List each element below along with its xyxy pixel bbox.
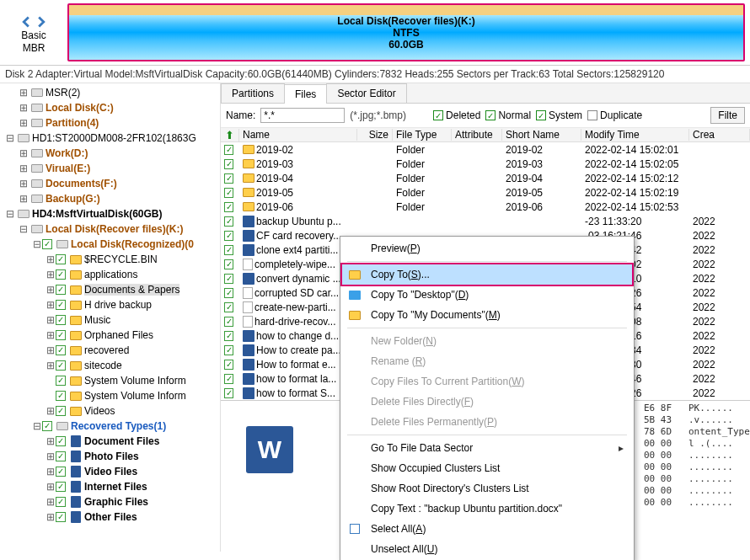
tree-item[interactable]: ⊞Videos bbox=[0, 403, 220, 419]
tree-toggle-icon[interactable]: ⊟ bbox=[32, 420, 42, 432]
system-checkbox[interactable]: System bbox=[536, 109, 582, 121]
tree-item[interactable]: ⊞Backup(G:) bbox=[0, 191, 220, 206]
tab-partitions[interactable]: Partitions bbox=[221, 83, 285, 103]
menu-item[interactable]: Copy To "My Documents"(M) bbox=[342, 305, 632, 325]
row-checkbox[interactable] bbox=[224, 173, 233, 184]
tree-item[interactable]: ⊞applications bbox=[0, 267, 220, 282]
menu-item[interactable]: Copy Text : "backup Ubuntu partition.doc… bbox=[342, 499, 632, 519]
context-menu[interactable]: Preview(P)Copy To(S)...Copy To "Desktop"… bbox=[340, 236, 635, 560]
tree-item[interactable]: ⊟Local Disk(Recover files)(K:) bbox=[0, 221, 220, 237]
name-filter-input[interactable] bbox=[260, 108, 345, 123]
row-checkbox[interactable] bbox=[224, 331, 233, 341]
tree-item[interactable]: ⊞Documents & Papers bbox=[0, 282, 220, 297]
menu-item[interactable]: Copy To "Desktop"(D) bbox=[342, 285, 632, 305]
tree-toggle-icon[interactable]: ⊟ bbox=[19, 223, 29, 235]
file-row[interactable]: 2019-05Folder2019-052022-02-14 15:02:19 bbox=[221, 185, 750, 200]
tree-toggle-icon[interactable]: ⊞ bbox=[46, 481, 56, 493]
row-checkbox[interactable] bbox=[224, 188, 233, 198]
file-row[interactable]: 2019-02Folder2019-022022-02-14 15:02:01 bbox=[221, 142, 750, 157]
row-checkbox[interactable] bbox=[224, 288, 233, 298]
tree-toggle-icon[interactable]: ⊟ bbox=[5, 208, 15, 220]
menu-item[interactable]: Show Root Directory's Clusters List bbox=[342, 478, 632, 499]
row-checkbox[interactable] bbox=[224, 317, 233, 327]
row-checkbox[interactable] bbox=[224, 360, 233, 370]
row-checkbox[interactable] bbox=[224, 202, 233, 212]
tree-item[interactable]: ⊞Video Files bbox=[0, 464, 220, 479]
next-icon[interactable] bbox=[35, 16, 47, 28]
tree-item[interactable]: ⊞Local Disk(C:) bbox=[0, 100, 220, 115]
tree-toggle-icon[interactable]: ⊟ bbox=[32, 238, 42, 250]
tree-item[interactable]: ⊞$RECYCLE.BIN bbox=[0, 252, 220, 267]
tree-toggle-icon[interactable]: ⊞ bbox=[46, 435, 56, 447]
prev-icon[interactable] bbox=[20, 16, 32, 28]
menu-item[interactable]: Unselect All(U) bbox=[342, 539, 632, 559]
row-checkbox[interactable] bbox=[224, 159, 233, 169]
tree-toggle-icon[interactable]: ⊞ bbox=[46, 299, 56, 311]
menu-item[interactable]: Select All(A) bbox=[342, 519, 632, 539]
row-checkbox[interactable] bbox=[224, 145, 233, 155]
tree-item[interactable]: ⊟Local Disk(Recognized)(0 bbox=[0, 237, 220, 252]
tree-item[interactable]: ⊞Documents(F:) bbox=[0, 176, 220, 191]
tree-toggle-icon[interactable]: ⊞ bbox=[46, 360, 56, 371]
row-checkbox[interactable] bbox=[224, 302, 233, 312]
tree-toggle-icon[interactable]: ⊞ bbox=[46, 496, 56, 508]
row-checkbox[interactable] bbox=[224, 274, 233, 284]
up-folder-icon[interactable]: ⬆ bbox=[225, 129, 234, 141]
tree-item[interactable]: ⊞Document Files bbox=[0, 434, 220, 449]
tree-item[interactable]: ⊞Music bbox=[0, 312, 220, 328]
tree-item[interactable]: ⊞Photo Files bbox=[0, 449, 220, 464]
file-row[interactable]: 2019-06Folder2019-062022-02-14 15:02:53 bbox=[221, 200, 750, 214]
deleted-checkbox[interactable]: Deleted bbox=[433, 109, 480, 121]
row-checkbox[interactable] bbox=[224, 216, 233, 227]
tree-item[interactable]: ⊞Other Files bbox=[0, 509, 220, 525]
menu-item[interactable]: Show Occupied Clusters List bbox=[342, 458, 632, 478]
tree-item[interactable]: System Volume Inform bbox=[0, 388, 220, 403]
tree-item[interactable]: ⊟Recovered Types(1) bbox=[0, 419, 220, 434]
tree-item[interactable]: ⊞Work(D:) bbox=[0, 146, 220, 161]
tree-toggle-icon[interactable]: ⊞ bbox=[46, 314, 56, 326]
file-row[interactable]: backup Ubuntu p...-23 11:33:202022 bbox=[221, 214, 750, 228]
tree-toggle-icon[interactable]: ⊞ bbox=[46, 329, 56, 341]
tree-toggle-icon[interactable]: ⊞ bbox=[46, 451, 56, 462]
menu-item[interactable]: Preview(P) bbox=[342, 238, 632, 259]
tree-toggle-icon[interactable]: ⊞ bbox=[46, 284, 56, 296]
tree-toggle-icon[interactable]: ⊞ bbox=[46, 405, 56, 417]
row-checkbox[interactable] bbox=[224, 388, 233, 398]
tree-item[interactable]: ⊞MSR(2) bbox=[0, 85, 220, 100]
tree-toggle-icon[interactable]: ⊞ bbox=[46, 269, 56, 280]
file-row[interactable]: 2019-04Folder2019-042022-02-14 15:02:12 bbox=[221, 171, 750, 185]
normal-checkbox[interactable]: Normal bbox=[485, 109, 531, 121]
row-checkbox[interactable] bbox=[224, 374, 233, 384]
tree-item[interactable]: ⊞Virual(E:) bbox=[0, 161, 220, 176]
tree-toggle-icon[interactable]: ⊞ bbox=[19, 102, 29, 114]
tree-toggle-icon[interactable]: ⊟ bbox=[5, 132, 15, 144]
tree-item[interactable]: ⊞Orphaned Files bbox=[0, 328, 220, 343]
tree-toggle-icon[interactable]: ⊞ bbox=[19, 87, 29, 99]
tree-item[interactable]: System Volume Inform bbox=[0, 373, 220, 388]
row-checkbox[interactable] bbox=[224, 245, 233, 255]
tree-toggle-icon[interactable]: ⊞ bbox=[46, 253, 56, 265]
tree-item[interactable]: ⊞Internet Files bbox=[0, 479, 220, 494]
tab-files[interactable]: Files bbox=[284, 84, 327, 104]
duplicate-checkbox[interactable]: Duplicate bbox=[587, 109, 642, 121]
tree-item[interactable]: ⊞sitecode bbox=[0, 358, 220, 373]
menu-item[interactable]: Copy To(S)... bbox=[340, 263, 634, 286]
tree-toggle-icon[interactable]: ⊞ bbox=[19, 147, 29, 159]
tree-toggle-icon[interactable]: ⊞ bbox=[46, 344, 56, 356]
tree-item[interactable]: ⊞recovered bbox=[0, 343, 220, 358]
tree-toggle-icon[interactable]: ⊞ bbox=[19, 178, 29, 189]
tree-item[interactable]: ⊞Partition(4) bbox=[0, 115, 220, 131]
filter-button[interactable]: Filte bbox=[710, 107, 745, 124]
file-row[interactable]: 2019-03Folder2019-032022-02-14 15:02:05 bbox=[221, 157, 750, 171]
tree-item[interactable]: ⊞H drive backup bbox=[0, 297, 220, 312]
row-checkbox[interactable] bbox=[224, 231, 233, 241]
tree-item[interactable]: ⊟HD1:ST2000DM008-2FR102(1863G bbox=[0, 131, 220, 146]
tree-item[interactable]: ⊞Graphic Files bbox=[0, 494, 220, 509]
menu-item[interactable]: Go To File Data Sector▸ bbox=[342, 438, 632, 458]
partition-bar[interactable]: Local Disk(Recover files)(K:) NTFS 60.0G… bbox=[67, 3, 745, 61]
tree-toggle-icon[interactable]: ⊞ bbox=[19, 193, 29, 205]
tree-item[interactable]: ⊟HD4:MsftVirtualDisk(60GB) bbox=[0, 206, 220, 221]
row-checkbox[interactable] bbox=[224, 345, 233, 355]
tree-toggle-icon[interactable]: ⊞ bbox=[19, 163, 29, 174]
directory-tree[interactable]: ⊞MSR(2)⊞Local Disk(C:)⊞Partition(4)⊟HD1:… bbox=[0, 83, 221, 552]
